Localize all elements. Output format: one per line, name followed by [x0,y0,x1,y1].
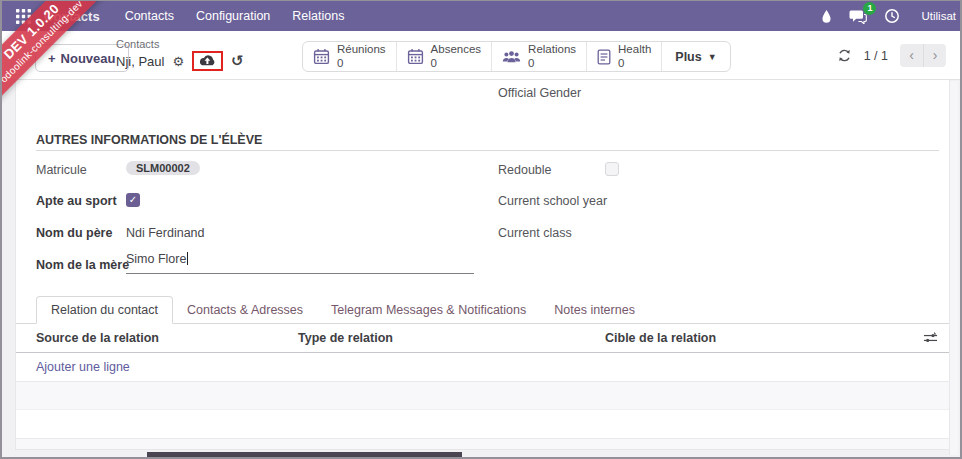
redouble-checkbox[interactable] [605,162,619,176]
nom-de-la-mere-input[interactable]: Simo Flore [126,252,474,274]
empty-table-row [16,382,949,410]
smart-button-label: Réunions [337,43,386,56]
pager-next-button[interactable]: › [923,44,946,67]
field-label-current-school-year: Current school year [498,194,607,208]
bottom-dark-strip [147,452,462,459]
chevron-down-icon: ▼ [708,52,717,62]
section-divider [36,150,939,151]
smart-button-count: 0 [618,57,651,70]
column-cible-relation[interactable]: Cible de la relation [605,331,923,345]
section-title: AUTRES INFORMATIONS DE L'ÉLÈVE [36,133,262,147]
nom-du-pere-input[interactable]: Ndi Ferdinand [126,226,205,240]
field-label-official-gender: Official Gender [498,86,581,100]
droplet-icon[interactable] [821,9,832,24]
field-label-apte-au-sport: Apte au sport [36,194,117,208]
menu-configuration[interactable]: Configuration [185,1,281,31]
pager: 1 / 1 ‹ › [837,44,946,67]
vertical-scrollbar[interactable] [949,81,958,455]
pager-value[interactable]: 1 / 1 [864,49,888,63]
tab-contacts-adresses[interactable]: Contacts & Adresses [173,297,317,323]
messages-icon[interactable]: 1 [849,9,867,24]
more-button-label: Plus [675,50,701,64]
calendar-icon [407,48,424,65]
document-icon [597,49,611,65]
gear-icon[interactable]: ⚙ [172,54,184,69]
control-panel: + Nouveau Contacts Nji, Paul ⚙ ↺ [2,31,960,80]
unread-count-badge: 1 [863,2,876,15]
empty-table-row [16,410,949,439]
top-navbar: Contacts Contacts Configuration Relation… [2,1,960,31]
smart-button-count: 0 [431,57,482,70]
tab-relation-du-contact[interactable]: Relation du contact [36,296,173,324]
navbar-systray: 1 Utilisat [821,8,956,24]
menu-relations[interactable]: Relations [281,1,355,31]
field-label-nom-de-la-mere: Nom de la mère [36,258,129,272]
field-label-current-class: Current class [498,226,572,240]
main-menu: Contacts Configuration Relations [114,1,356,31]
smart-button-count: 0 [337,57,386,70]
cloud-save-icon[interactable] [198,54,217,68]
smart-button-label: Health [618,43,651,56]
activities-clock-icon[interactable] [884,8,900,24]
save-highlight-box [192,51,223,71]
menu-contacts[interactable]: Contacts [114,1,185,31]
relation-table-header: Source de la relation Type de relation C… [16,324,949,353]
new-record-button[interactable]: + Nouveau [35,44,129,72]
column-type-relation[interactable]: Type de relation [298,331,605,345]
tab-telegram-messages[interactable]: Telegram Messages & Notifications [317,297,540,323]
smart-button-reunions[interactable]: Réunions 0 [303,42,397,71]
breadcrumb-parent[interactable]: Contacts [116,38,244,50]
text-cursor [187,252,188,265]
breadcrumb: Contacts Nji, Paul ⚙ ↺ [116,38,244,71]
add-line-link[interactable]: Ajouter une ligne [16,353,949,382]
pager-previous-button[interactable]: ‹ [900,44,923,67]
smart-button-relations[interactable]: Relations 0 [492,42,587,71]
apte-au-sport-checkbox[interactable] [126,193,140,207]
refresh-icon[interactable] [837,48,852,63]
user-menu[interactable]: Utilisat [921,10,956,22]
form-sheet: Official Gender AUTRES INFORMATIONS DE L… [15,80,950,450]
plus-icon: + [48,51,56,66]
discard-undo-icon[interactable]: ↺ [231,52,244,70]
field-label-redouble: Redouble [498,163,552,177]
app-brand[interactable]: Contacts [44,9,100,24]
calendar-icon [313,48,330,65]
smart-buttons: Réunions 0 Absences 0 [302,41,731,72]
tab-notes-internes[interactable]: Notes internes [540,297,649,323]
smart-button-count: 0 [528,57,576,70]
smart-button-health[interactable]: Health 0 [587,42,662,71]
field-label-matricule: Matricule [36,163,87,177]
users-icon [502,50,521,64]
smart-button-label: Relations [528,43,576,56]
notebook-tabs: Relation du contact Contacts & Adresses … [16,296,949,324]
field-label-nom-du-pere: Nom du père [36,226,112,240]
matricule-badge: SLM00002 [126,161,200,175]
odoo-app-window: Contacts Contacts Configuration Relation… [0,0,962,459]
new-button-label: Nouveau [61,51,116,66]
empty-table-row [16,439,949,449]
apps-grid-icon[interactable] [10,3,36,29]
breadcrumb-current: Nji, Paul [116,54,164,69]
smart-button-absences[interactable]: Absences 0 [397,42,493,71]
more-actions-button[interactable]: Plus ▼ [662,42,729,71]
column-source-relation[interactable]: Source de la relation [16,331,298,345]
smart-button-label: Absences [431,43,482,56]
optional-columns-icon[interactable] [923,332,949,344]
